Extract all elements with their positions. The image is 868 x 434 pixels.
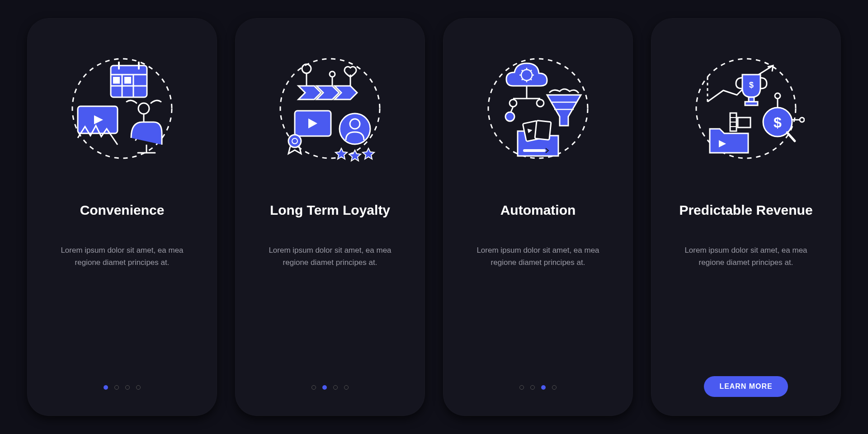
trophy-icon: $	[736, 75, 767, 105]
illustration-revenue: $ $	[687, 50, 805, 167]
cloud-gear-icon	[505, 63, 547, 121]
svg-line-43	[511, 107, 513, 112]
pagination-dots	[104, 385, 141, 390]
avatar-icon	[335, 113, 374, 161]
card-title: Automation	[500, 194, 576, 226]
svg-marker-27	[349, 150, 361, 161]
svg-point-59	[775, 93, 780, 99]
svg-point-44	[537, 99, 544, 107]
dot-4[interactable]	[136, 385, 141, 390]
svg-point-22	[288, 135, 301, 147]
dot-2[interactable]	[114, 385, 119, 390]
svg-rect-50	[523, 149, 546, 152]
card-description: Lorem ipsum dolor sit amet, ea mea regio…	[678, 244, 814, 269]
dollar-magnify-icon: $	[763, 93, 804, 141]
illustration-loyalty	[271, 50, 389, 167]
onboarding-card-loyalty: Long Term Loyalty Lorem ipsum dolor sit …	[235, 18, 425, 416]
calendar-icon	[111, 62, 147, 97]
onboarding-card-convenience: Convenience Lorem ipsum dolor sit amet, …	[27, 18, 217, 416]
onboarding-card-revenue: $ $ Predictable	[651, 18, 841, 416]
illustration-convenience	[63, 50, 181, 167]
dot-2[interactable]	[322, 385, 327, 390]
monitor-play-icon	[78, 106, 118, 145]
svg-text:$: $	[749, 80, 754, 90]
dot-3[interactable]	[125, 385, 130, 390]
growth-chart-icon	[708, 66, 773, 102]
svg-rect-53	[745, 102, 758, 105]
dot-4[interactable]	[344, 385, 349, 390]
dot-2[interactable]	[530, 385, 535, 390]
illustration-automation	[479, 50, 597, 167]
svg-point-41	[509, 99, 517, 107]
svg-point-42	[505, 112, 514, 121]
dot-1[interactable]	[311, 385, 316, 390]
funnel-icon	[547, 89, 581, 126]
card-description: Lorem ipsum dolor sit amet, ea mea regio…	[470, 244, 606, 269]
learn-more-button[interactable]: LEARN MORE	[704, 376, 788, 397]
dot-1[interactable]	[104, 385, 108, 390]
svg-point-61	[800, 118, 804, 122]
dot-1[interactable]	[519, 385, 524, 390]
folder-docs-icon	[518, 120, 558, 156]
svg-marker-28	[363, 148, 374, 159]
pagination-dots	[311, 385, 349, 390]
dot-3[interactable]	[541, 385, 546, 390]
dot-4[interactable]	[552, 385, 557, 390]
roadmap-icon	[298, 64, 357, 99]
svg-point-12	[138, 103, 149, 114]
film-folder-icon	[710, 113, 750, 153]
card-title: Convenience	[80, 194, 165, 226]
pagination-dots	[519, 385, 557, 390]
svg-rect-6	[113, 77, 120, 84]
onboarding-card-automation: Automation Lorem ipsum dolor sit amet, e…	[443, 18, 633, 416]
svg-text:$: $	[774, 114, 782, 131]
card-description: Lorem ipsum dolor sit amet, ea mea regio…	[54, 244, 190, 269]
svg-rect-7	[124, 77, 131, 84]
card-title: Long Term Loyalty	[270, 194, 390, 226]
svg-point-15	[302, 64, 311, 73]
card-description: Lorem ipsum dolor sit amet, ea mea regio…	[262, 244, 398, 269]
card-title: Predictable Revenue	[679, 194, 812, 226]
svg-rect-67	[738, 118, 750, 127]
svg-point-18	[330, 71, 335, 77]
dot-3[interactable]	[333, 385, 338, 390]
video-badge-icon	[288, 111, 331, 154]
svg-line-57	[787, 132, 795, 141]
svg-rect-48	[535, 120, 551, 140]
